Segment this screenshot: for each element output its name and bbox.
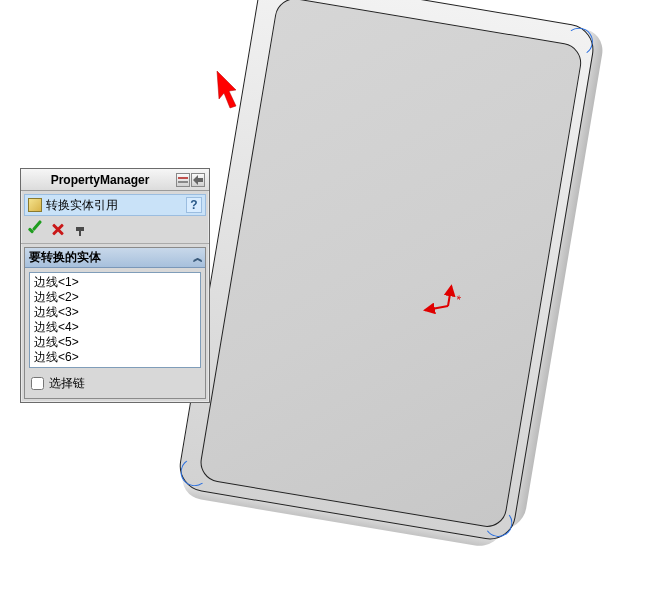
titlebar-split-button[interactable] [176,173,190,187]
select-chain-row[interactable]: 选择链 [25,372,205,398]
section-header[interactable]: 要转换的实体 ︽ [25,248,205,268]
feature-name: 转换实体引用 [46,197,118,214]
list-item[interactable]: 边线<6> [30,350,200,365]
list-item[interactable]: 边线<1> [30,275,200,290]
section-title: 要转换的实体 [29,249,101,266]
graphics-viewport[interactable]: * PropertyManager 转换实体引用 ? [0,0,669,596]
list-item[interactable]: 边线<3> [30,305,200,320]
panel-titlebar[interactable]: PropertyManager [21,169,209,191]
feature-header: 转换实体引用 ? [24,194,206,216]
confirm-toolbar [21,219,209,244]
list-item[interactable]: 边线<5> [30,335,200,350]
collapse-chevron-icon[interactable]: ︽ [193,251,201,265]
list-item[interactable]: 边线<2> [30,290,200,305]
convert-entities-icon [28,198,42,212]
help-button[interactable]: ? [186,197,202,213]
cancel-button[interactable] [50,222,66,238]
ok-button[interactable] [26,222,44,238]
propertymanager-panel: PropertyManager 转换实体引用 ? 要转换的实体 [20,168,210,403]
pushpin-button[interactable] [72,222,88,238]
entities-listbox[interactable]: 边线<1> 边线<2> 边线<3> 边线<4> 边线<5> 边线<6> [29,272,201,368]
titlebar-flyout-button[interactable] [191,173,205,187]
entities-section: 要转换的实体 ︽ 边线<1> 边线<2> 边线<3> 边线<4> 边线<5> 边… [24,247,206,399]
svg-rect-3 [178,177,188,179]
list-item[interactable]: 边线<4> [30,320,200,335]
svg-rect-4 [178,181,188,183]
titlebar-buttons [175,173,205,187]
panel-title: PropertyManager [25,173,175,187]
select-chain-checkbox[interactable] [31,377,44,390]
select-chain-label: 选择链 [49,375,85,392]
